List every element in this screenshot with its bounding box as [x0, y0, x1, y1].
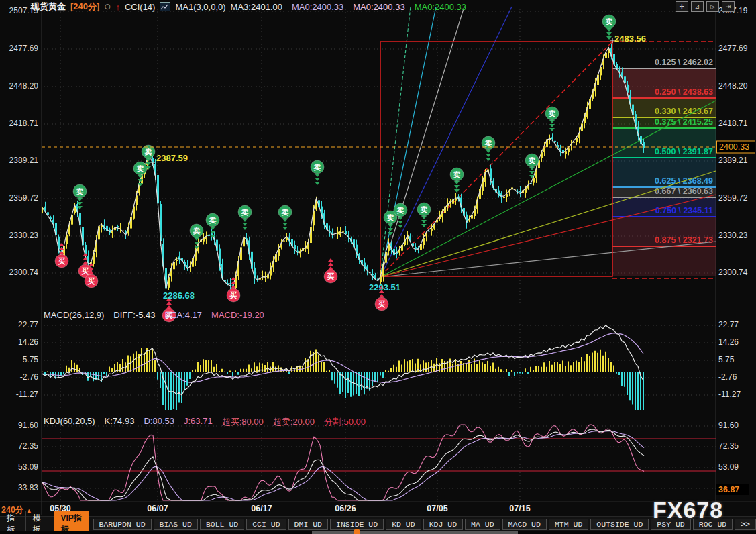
tab-ma_ud[interactable]: MA_UD [465, 519, 500, 530]
down-arrow-marker [606, 32, 612, 36]
svg-text:卖: 卖 [549, 109, 556, 117]
tab-boll_ud[interactable]: BOLL_UD [200, 519, 244, 530]
candle-down [428, 231, 430, 231]
candle-up [431, 229, 433, 231]
down-arrow-marker [549, 120, 555, 123]
indicator-value: DEA:4.17 [164, 310, 202, 320]
svg-text:买: 买 [229, 291, 237, 299]
svg-text:卖: 卖 [485, 139, 492, 147]
svg-text:卖: 卖 [282, 208, 289, 216]
svg-text:卖: 卖 [387, 213, 394, 221]
svg-text:卖: 卖 [137, 164, 144, 172]
tab-inside_ud[interactable]: INSIDE_UD [330, 519, 384, 530]
candle-down [554, 141, 556, 142]
svg-text:卖: 卖 [397, 206, 404, 214]
red-dashed-line [380, 42, 612, 276]
fib-level-label: 0.375 \ 2415.25 [655, 117, 713, 127]
tab-dmi_ud[interactable]: DMI_UD [288, 519, 328, 530]
candle-down [372, 274, 374, 275]
kdj-header: KDJ(60,20,5) K:74.93D:80.53J:63.71超买:80.… [44, 416, 366, 428]
svg-text:买: 买 [327, 272, 335, 280]
period-badge[interactable]: [240分] [70, 1, 99, 13]
chart-header: 现货黄金 [240分] ⊖ ↑ CCI(14) MA1(3,0,0,0) MA3… [31, 1, 466, 13]
gann-fan-line [380, 7, 411, 277]
fib-level-label: 0.500 \ 2391.87 [655, 147, 713, 156]
x-axis-scale-icon[interactable]: ⊿ [691, 1, 704, 12]
chart-scene[interactable]: 0.125 \ 2462.020.250 \ 2438.630.330 \ 24… [0, 0, 756, 534]
d-line [42, 431, 644, 500]
down-arrow-marker [529, 167, 535, 170]
y-axis-scale-icon[interactable]: ▷ [706, 1, 719, 12]
tab-kd_ud[interactable]: KD_UD [386, 519, 421, 530]
svg-text:36.87: 36.87 [718, 485, 739, 494]
candle-down [415, 247, 417, 249]
tab-bias_ud[interactable]: BIAS_UD [154, 519, 198, 530]
indicator-layer [42, 325, 716, 500]
price-annotation: 2387.59 [156, 153, 188, 163]
tab-macd_ud[interactable]: MACD_UD [502, 519, 547, 530]
price-annotation: 2483.56 [614, 34, 646, 44]
tab-mtm_ud[interactable]: MTM_UD [549, 519, 588, 530]
svg-text:买: 买 [58, 257, 66, 265]
svg-text:买: 买 [378, 300, 386, 308]
pan-crosshair-icon[interactable]: ✛ [676, 1, 688, 12]
down-arrow-marker [242, 219, 248, 222]
fib-level-label: 0.250 \ 2438.63 [655, 87, 713, 97]
up-arrow-marker [328, 258, 333, 262]
watermark: FX678 [653, 497, 723, 523]
indicator-value: DIFF:-5.43 [113, 310, 155, 320]
trading-terminal: 0.125 \ 2462.020.250 \ 2438.630.330 \ 24… [0, 0, 756, 534]
macd-title[interactable]: MACD(26,12,9) [44, 310, 104, 320]
down-arrow-marker [421, 220, 427, 223]
price-annotation: 2286.68 [163, 290, 195, 301]
symbol-name: 现货黄金 [31, 1, 66, 13]
down-arrow-marker [388, 232, 393, 235]
svg-text:卖: 卖 [453, 170, 461, 178]
down-arrow-marker [282, 227, 288, 230]
ma-values: MA3:2401.00MA0:2400.33MA0:2400.33MA0:240… [231, 2, 466, 12]
up-arrow-marker [166, 301, 172, 305]
dock-right-icon[interactable]: ⇥ [722, 1, 735, 12]
down-arrow-marker [282, 223, 288, 226]
collapse-icon[interactable]: ⊖ [104, 2, 111, 11]
down-arrow-marker [421, 224, 427, 227]
down-arrow-marker [454, 185, 460, 189]
down-arrow-marker [242, 223, 248, 226]
svg-text:卖: 卖 [314, 163, 321, 171]
scrollbar-track[interactable] [312, 531, 518, 534]
down-arrow-marker [77, 198, 83, 201]
candle-up [503, 197, 505, 198]
svg-text:买: 买 [81, 267, 89, 275]
tab-barupdn_ud[interactable]: BARUPDN_UD [93, 519, 152, 530]
down-arrow-marker [282, 219, 288, 222]
scrollbar-thumb[interactable] [354, 529, 360, 534]
indicator-value: D:80.53 [144, 416, 174, 428]
indicator-value: 分割:50.00 [324, 416, 366, 428]
candle-down [117, 226, 119, 227]
gann-fan-line [380, 7, 464, 277]
svg-text:卖: 卖 [193, 227, 201, 235]
tab-more[interactable]: >> [735, 519, 756, 530]
down-arrow-marker [486, 150, 491, 153]
up-arrow-marker [59, 243, 64, 246]
indicator-value: MACD:-19.20 [211, 310, 264, 320]
kdj-title[interactable]: KDJ(60,20,5) [44, 416, 95, 428]
down-arrow-marker [529, 171, 535, 174]
indicator-label[interactable]: CCI(14) [125, 2, 156, 12]
svg-text:卖: 卖 [145, 148, 152, 156]
up-arrow-marker [83, 253, 88, 256]
ma-value: MA0:2400.33 [415, 2, 466, 12]
up-arrow-marker [328, 266, 333, 270]
svg-text:卖: 卖 [606, 17, 613, 25]
tab-outside_ud[interactable]: OUTSIDE_UD [590, 519, 649, 530]
up-arrow-marker [83, 257, 88, 260]
fib-level-label: 0.330 \ 2423.67 [655, 107, 713, 116]
down-arrow-marker [606, 36, 612, 40]
tab-cci_ud[interactable]: CCI_UD [246, 519, 286, 530]
up-arrow-marker [379, 294, 384, 297]
svg-text:卖: 卖 [76, 187, 84, 195]
bottom-scrollbar[interactable] [0, 531, 756, 534]
down-arrow-marker [421, 216, 427, 219]
tab-kdj_ud[interactable]: KDJ_UD [423, 519, 463, 530]
candle-up [283, 240, 285, 241]
